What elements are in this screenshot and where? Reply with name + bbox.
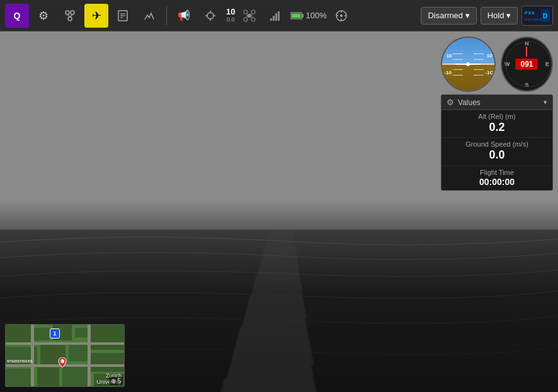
zoom-icon: ⊕ — [111, 378, 116, 384]
flight-time-value: 00:00:00 — [448, 176, 546, 188]
plan-button[interactable] — [111, 4, 135, 28]
ai-label-bl: -10 — [444, 70, 452, 76]
flight-time-label: Flight Time — [448, 169, 546, 176]
svg-rect-44 — [34, 328, 50, 340]
svg-text:NTERSTRASS: NTERSTRASS — [7, 359, 33, 363]
drone-button[interactable] — [237, 4, 261, 28]
svg-point-0 — [65, 11, 69, 14]
logo-icon: Q — [14, 11, 21, 21]
disarmed-label: Disarmed ▾ — [428, 11, 469, 20]
battery-icon — [290, 11, 304, 20]
svg-rect-53 — [37, 367, 59, 387]
flight-time-row: Flight Time 00:00:00 — [441, 166, 552, 190]
gps-tool-button[interactable] — [198, 4, 222, 28]
horizon-line — [0, 201, 558, 230]
values-menu-button[interactable]: ▾ — [544, 98, 547, 106]
svg-point-1 — [71, 11, 74, 14]
svg-rect-46 — [75, 328, 88, 337]
svg-point-15 — [251, 10, 255, 14]
attitude-indicator: 10 10 -10 -1C — [441, 36, 496, 92]
battery-display: 100% — [290, 11, 326, 20]
svg-point-9 — [207, 13, 214, 19]
svg-rect-26 — [278, 11, 280, 21]
svg-rect-50 — [69, 342, 88, 361]
signal-count-value: 10 — [226, 8, 235, 16]
settings-button[interactable]: ⚙ — [31, 4, 55, 28]
svg-rect-58 — [6, 342, 125, 345]
map-drone-marker: 2 — [57, 357, 67, 372]
map-marker-1: 1 — [50, 328, 60, 339]
signal-bars-button[interactable] — [264, 4, 288, 28]
map-zoom-level: ⊕ 5 — [109, 377, 123, 385]
svg-rect-51 — [91, 353, 125, 372]
fly-icon: ✈ — [92, 9, 101, 23]
svg-rect-18 — [248, 14, 251, 18]
svg-line-20 — [251, 14, 253, 16]
ground-speed-value: 0.0 — [448, 148, 546, 162]
drone-pin-svg: 2 — [57, 357, 67, 370]
values-gear-icon[interactable]: ⚙ — [447, 98, 454, 107]
ai-label-tl: 10 — [447, 53, 452, 59]
alt-rel-value: 0.2 — [448, 120, 546, 135]
compass: N S E W 091 — [501, 36, 553, 92]
svg-text:D: D — [543, 13, 548, 20]
svg-rect-52 — [6, 369, 34, 387]
app-logo-button[interactable]: Q — [5, 4, 29, 28]
compass-inner: N S E W 091 — [502, 38, 552, 91]
svg-text:PX4: PX4 — [525, 11, 535, 15]
svg-line-3 — [67, 14, 70, 17]
svg-point-16 — [244, 18, 248, 21]
gps-icon — [335, 9, 348, 22]
ai-label-br: -1C — [485, 70, 493, 76]
ai-center-dot — [466, 62, 470, 66]
svg-line-19 — [246, 14, 248, 16]
minimap[interactable]: NTERSTRASS 1 2 Zurich University — [5, 324, 125, 387]
svg-rect-57 — [88, 325, 91, 387]
svg-line-4 — [70, 14, 72, 17]
toolbar: Q ⚙ ✈ 📢 — [0, 0, 558, 31]
settings-icon: ⚙ — [38, 9, 48, 23]
svg-point-2 — [68, 17, 72, 21]
compass-heading-value: 091 — [515, 59, 538, 70]
values-panel: ⚙ Values ▾ Alt (Rel) (m) 0.2 Ground Spee… — [441, 94, 553, 191]
divider-1 — [166, 6, 167, 25]
svg-text:2: 2 — [60, 360, 62, 364]
svg-rect-25 — [275, 13, 277, 21]
svg-rect-28 — [302, 14, 304, 18]
svg-point-31 — [340, 14, 343, 17]
signal-bars-icon — [270, 11, 282, 21]
values-panel-title: Values — [458, 98, 540, 107]
crosshair-icon — [204, 9, 217, 22]
svg-point-14 — [244, 10, 248, 14]
svg-rect-29 — [292, 13, 301, 18]
analyze-button[interactable] — [137, 4, 161, 28]
signal-decimal-value: 0.0 — [227, 17, 235, 23]
px4-logo-svg: PX4 AUTOPILOT D — [522, 7, 552, 25]
gps-button[interactable] — [329, 4, 353, 28]
svg-rect-24 — [273, 16, 275, 21]
svg-rect-56 — [31, 325, 34, 387]
waypoints-button[interactable] — [58, 4, 82, 28]
alerts-button[interactable]: 📢 — [172, 4, 196, 28]
disarmed-dropdown[interactable]: Disarmed ▾ — [421, 7, 476, 25]
plan-icon — [117, 9, 129, 22]
compass-needle — [526, 47, 527, 57]
svg-rect-43 — [6, 325, 31, 344]
waypoints-icon — [64, 9, 76, 22]
ground-speed-row: Ground Speed (m/s) 0.0 — [441, 138, 552, 165]
svg-rect-47 — [91, 325, 125, 350]
values-panel-header: ⚙ Values ▾ — [441, 95, 552, 110]
instruments-panel: 10 10 -10 -1C N S E W — [441, 36, 553, 191]
analyze-icon — [143, 9, 156, 22]
ai-label-tr: 10 — [487, 53, 493, 59]
alt-rel-row: Alt (Rel) (m) 0.2 — [441, 110, 552, 138]
px4-logo: PX4 AUTOPILOT D — [521, 6, 553, 26]
toolbar-right: Disarmed ▾ Hold ▾ PX4 AUTOPILOT D — [421, 6, 553, 26]
signal-status: 10 0.0 — [226, 8, 235, 23]
zoom-value: 5 — [117, 378, 121, 384]
minimap-content: NTERSTRASS 1 2 Zurich University — [6, 325, 124, 386]
alt-rel-label: Alt (Rel) (m) — [448, 113, 546, 120]
svg-line-22 — [251, 16, 253, 18]
hold-dropdown[interactable]: Hold ▾ — [481, 7, 518, 25]
fly-button[interactable]: ✈ — [84, 4, 108, 28]
